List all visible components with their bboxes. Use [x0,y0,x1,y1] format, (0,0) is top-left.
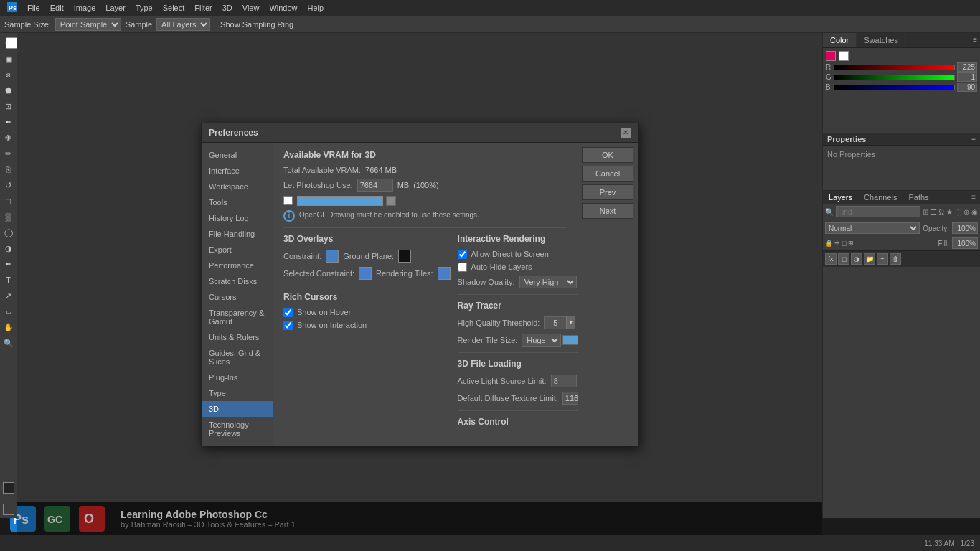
nav-history-log[interactable]: History Log [202,210,273,226]
tool-pen[interactable]: ✒ [1,257,16,271]
nav-units-rulers[interactable]: Units & Rulers [202,329,273,345]
nav-file-handling[interactable]: File Handling [202,226,273,242]
prev-button[interactable]: Prev [582,184,633,200]
tool-heal[interactable]: ✙ [1,131,16,145]
filter-mode-icon[interactable]: ⬚ [955,208,961,216]
tool-blur[interactable]: ◯ [1,225,16,240]
menu-window[interactable]: Window [265,2,301,14]
let-photoshop-input[interactable]: 7664 [357,179,393,192]
lock-icon[interactable]: 🔒 [825,240,833,247]
menu-file[interactable]: File [23,2,44,14]
g-slider-track[interactable] [834,75,955,80]
lock-pixel-icon[interactable]: ◻ [842,240,847,247]
r-slider-track[interactable] [834,65,955,70]
menu-3d[interactable]: 3D [218,2,237,14]
filter-effect-icon[interactable]: ★ [946,208,953,216]
tool-zoom[interactable]: 🔍 [1,336,16,350]
show-on-interaction-checkbox[interactable] [283,321,293,330]
blend-mode-select[interactable]: Normal [825,222,920,234]
menu-help[interactable]: Help [303,2,329,14]
nav-export[interactable]: Export [202,242,273,258]
menu-image[interactable]: Image [70,2,100,14]
filter-attr-icon[interactable]: ⊕ [963,208,969,216]
ps-menu[interactable]: Ps [3,1,22,15]
layers-search-input[interactable] [836,206,920,217]
foreground-swatch[interactable] [826,51,836,61]
tool-path-select[interactable]: ↗ [1,288,16,303]
tool-history-brush[interactable]: ↺ [1,178,16,192]
constraint-swatch[interactable] [326,250,339,263]
tool-crop[interactable]: ⊡ [1,99,16,113]
dialog-close-button[interactable]: ✕ [621,128,631,138]
add-mask-btn[interactable]: ◻ [838,253,849,265]
nav-tech-previews[interactable]: Technology Previews [202,417,273,441]
active-light-input[interactable]: 8 [551,375,577,387]
group-btn[interactable]: 📁 [864,253,875,265]
nav-general[interactable]: General [202,147,273,163]
high-quality-input[interactable]: 5 [545,319,566,327]
filter-color-icon[interactable]: ◉ [971,208,978,216]
all-layers-select[interactable]: All Layers [156,18,210,31]
cancel-button[interactable]: Cancel [582,166,633,182]
quick-mask[interactable] [3,504,14,515]
render-tile-select[interactable]: Huge [522,334,561,347]
menu-edit[interactable]: Edit [46,2,68,14]
tool-eraser[interactable]: ◻ [1,194,16,208]
nav-interface[interactable]: Interface [202,163,273,179]
properties-menu[interactable]: ≡ [971,136,976,143]
auto-hide-checkbox[interactable] [458,263,467,272]
menu-select[interactable]: Select [159,2,189,14]
nav-workspace[interactable]: Workspace [202,179,273,194]
add-style-btn[interactable]: fx [825,253,837,265]
render-tile-slider[interactable] [562,335,578,345]
tab-layers[interactable]: Layers [823,191,858,204]
nav-transparency[interactable]: Transparency & Gamut [202,305,273,329]
nav-performance[interactable]: Performance [202,258,273,273]
nav-type[interactable]: Type [202,385,273,401]
nav-scratch-disks[interactable]: Scratch Disks [202,273,273,289]
tab-color[interactable]: Color [823,33,857,47]
nav-guides[interactable]: Guides, Grid & Slices [202,345,273,369]
high-quality-spinbox[interactable]: 5 ▼ [544,316,575,329]
layers-menu[interactable]: ≡ [967,191,980,204]
r-input[interactable]: 225 [957,62,977,72]
fill-input[interactable]: 100% [952,237,978,249]
nav-cursors[interactable]: Cursors [202,289,273,305]
background-swatch[interactable] [839,51,849,61]
foreground-color[interactable] [3,482,14,494]
tool-type[interactable]: T [1,273,16,287]
vram-slider[interactable] [297,196,383,206]
menu-layer[interactable]: Layer [101,2,130,14]
color-panel-menu[interactable]: ≡ [970,33,980,47]
ok-button[interactable]: OK [582,147,633,163]
show-on-hover-checkbox[interactable] [283,308,293,317]
vram-slider-icon[interactable] [386,196,396,206]
nav-tools[interactable]: Tools [202,194,273,210]
default-diffuse-input[interactable]: 1160 [562,392,578,405]
filter-icon[interactable]: ⊞ [923,208,928,216]
adjustment-btn[interactable]: ◑ [851,253,862,265]
next-button[interactable]: Next [582,203,633,219]
sample-size-select[interactable]: Point Sample [55,18,121,31]
vram-checkbox[interactable] [283,196,293,205]
high-quality-arrow[interactable]: ▼ [566,316,575,329]
opacity-input[interactable]: 100% [952,222,978,234]
tab-channels[interactable]: Channels [858,191,903,204]
new-layer-btn[interactable]: + [877,253,888,265]
menu-view[interactable]: View [238,2,264,14]
tab-swatches[interactable]: Swatches [857,33,906,47]
background-color[interactable] [6,37,17,49]
filter-name-icon[interactable]: Ω [939,208,944,216]
g-input[interactable]: 1 [957,72,977,82]
rendering-tiles-swatch[interactable] [438,267,451,280]
tool-gradient[interactable]: ▒ [1,209,16,224]
menu-filter[interactable]: Filter [190,2,216,14]
allow-direct-checkbox[interactable] [458,250,467,259]
ground-plane-swatch[interactable] [398,250,411,263]
tool-quick-select[interactable]: ⬟ [1,83,16,98]
nav-plugins[interactable]: Plug-Ins [202,369,273,385]
tool-shape[interactable]: ▱ [1,304,16,319]
tool-eyedropper[interactable]: ✒ [1,115,16,129]
b-slider-track[interactable] [834,85,955,90]
tool-brush[interactable]: ✏ [1,146,16,161]
